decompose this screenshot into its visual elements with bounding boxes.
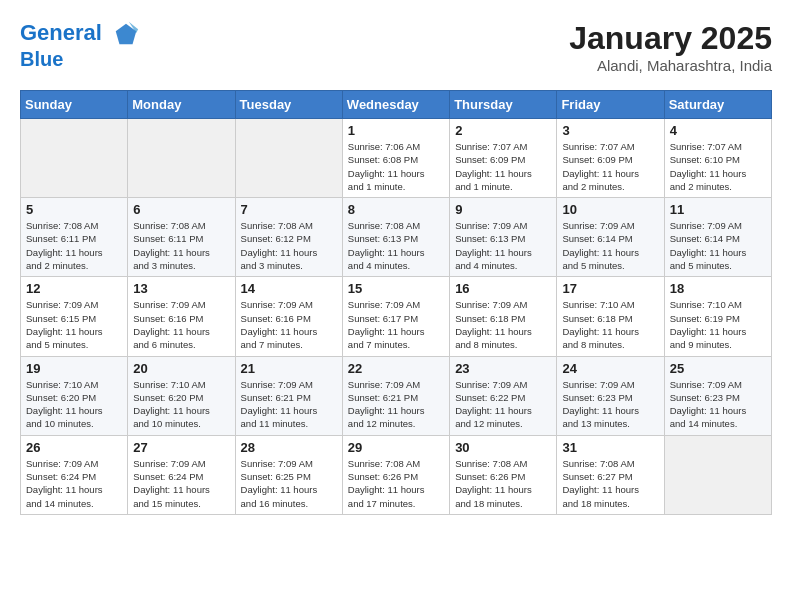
day-number: 18	[670, 281, 766, 296]
day-number: 3	[562, 123, 658, 138]
day-info: Sunrise: 7:10 AM Sunset: 6:20 PM Dayligh…	[133, 378, 229, 431]
week-row-1: 1Sunrise: 7:06 AM Sunset: 6:08 PM Daylig…	[21, 119, 772, 198]
day-cell-20: 20Sunrise: 7:10 AM Sunset: 6:20 PM Dayli…	[128, 356, 235, 435]
day-info: Sunrise: 7:09 AM Sunset: 6:23 PM Dayligh…	[670, 378, 766, 431]
logo-blue: Blue	[20, 48, 140, 70]
day-info: Sunrise: 7:07 AM Sunset: 6:09 PM Dayligh…	[455, 140, 551, 193]
day-info: Sunrise: 7:09 AM Sunset: 6:15 PM Dayligh…	[26, 298, 122, 351]
day-info: Sunrise: 7:08 AM Sunset: 6:13 PM Dayligh…	[348, 219, 444, 272]
day-cell-16: 16Sunrise: 7:09 AM Sunset: 6:18 PM Dayli…	[450, 277, 557, 356]
day-number: 7	[241, 202, 337, 217]
page-header: General Blue January 2025 Alandi, Mahara…	[20, 20, 772, 74]
day-info: Sunrise: 7:10 AM Sunset: 6:18 PM Dayligh…	[562, 298, 658, 351]
month-title: January 2025	[569, 20, 772, 57]
empty-cell	[21, 119, 128, 198]
day-info: Sunrise: 7:09 AM Sunset: 6:21 PM Dayligh…	[348, 378, 444, 431]
day-info: Sunrise: 7:09 AM Sunset: 6:17 PM Dayligh…	[348, 298, 444, 351]
weekday-header-saturday: Saturday	[664, 91, 771, 119]
day-number: 27	[133, 440, 229, 455]
title-area: January 2025 Alandi, Maharashtra, India	[569, 20, 772, 74]
day-info: Sunrise: 7:09 AM Sunset: 6:16 PM Dayligh…	[241, 298, 337, 351]
day-info: Sunrise: 7:08 AM Sunset: 6:27 PM Dayligh…	[562, 457, 658, 510]
day-info: Sunrise: 7:10 AM Sunset: 6:19 PM Dayligh…	[670, 298, 766, 351]
empty-cell	[128, 119, 235, 198]
day-info: Sunrise: 7:09 AM Sunset: 6:18 PM Dayligh…	[455, 298, 551, 351]
day-cell-6: 6Sunrise: 7:08 AM Sunset: 6:11 PM Daylig…	[128, 198, 235, 277]
day-number: 23	[455, 361, 551, 376]
day-cell-9: 9Sunrise: 7:09 AM Sunset: 6:13 PM Daylig…	[450, 198, 557, 277]
day-cell-14: 14Sunrise: 7:09 AM Sunset: 6:16 PM Dayli…	[235, 277, 342, 356]
day-info: Sunrise: 7:09 AM Sunset: 6:22 PM Dayligh…	[455, 378, 551, 431]
logo-general: General	[20, 20, 102, 45]
day-cell-2: 2Sunrise: 7:07 AM Sunset: 6:09 PM Daylig…	[450, 119, 557, 198]
weekday-header-wednesday: Wednesday	[342, 91, 449, 119]
day-number: 5	[26, 202, 122, 217]
day-info: Sunrise: 7:09 AM Sunset: 6:24 PM Dayligh…	[133, 457, 229, 510]
day-cell-13: 13Sunrise: 7:09 AM Sunset: 6:16 PM Dayli…	[128, 277, 235, 356]
day-info: Sunrise: 7:09 AM Sunset: 6:16 PM Dayligh…	[133, 298, 229, 351]
day-info: Sunrise: 7:07 AM Sunset: 6:09 PM Dayligh…	[562, 140, 658, 193]
day-info: Sunrise: 7:09 AM Sunset: 6:25 PM Dayligh…	[241, 457, 337, 510]
day-cell-4: 4Sunrise: 7:07 AM Sunset: 6:10 PM Daylig…	[664, 119, 771, 198]
day-number: 4	[670, 123, 766, 138]
week-row-3: 12Sunrise: 7:09 AM Sunset: 6:15 PM Dayli…	[21, 277, 772, 356]
logo: General Blue	[20, 20, 140, 70]
day-cell-1: 1Sunrise: 7:06 AM Sunset: 6:08 PM Daylig…	[342, 119, 449, 198]
day-info: Sunrise: 7:09 AM Sunset: 6:14 PM Dayligh…	[562, 219, 658, 272]
day-number: 24	[562, 361, 658, 376]
day-cell-29: 29Sunrise: 7:08 AM Sunset: 6:26 PM Dayli…	[342, 435, 449, 514]
day-info: Sunrise: 7:08 AM Sunset: 6:26 PM Dayligh…	[455, 457, 551, 510]
day-cell-31: 31Sunrise: 7:08 AM Sunset: 6:27 PM Dayli…	[557, 435, 664, 514]
day-cell-8: 8Sunrise: 7:08 AM Sunset: 6:13 PM Daylig…	[342, 198, 449, 277]
empty-cell	[664, 435, 771, 514]
day-number: 9	[455, 202, 551, 217]
location-subtitle: Alandi, Maharashtra, India	[569, 57, 772, 74]
day-info: Sunrise: 7:09 AM Sunset: 6:24 PM Dayligh…	[26, 457, 122, 510]
day-cell-23: 23Sunrise: 7:09 AM Sunset: 6:22 PM Dayli…	[450, 356, 557, 435]
week-row-4: 19Sunrise: 7:10 AM Sunset: 6:20 PM Dayli…	[21, 356, 772, 435]
day-info: Sunrise: 7:09 AM Sunset: 6:23 PM Dayligh…	[562, 378, 658, 431]
day-number: 11	[670, 202, 766, 217]
day-number: 14	[241, 281, 337, 296]
day-number: 31	[562, 440, 658, 455]
day-number: 15	[348, 281, 444, 296]
day-cell-21: 21Sunrise: 7:09 AM Sunset: 6:21 PM Dayli…	[235, 356, 342, 435]
day-number: 8	[348, 202, 444, 217]
day-number: 19	[26, 361, 122, 376]
day-number: 25	[670, 361, 766, 376]
day-cell-22: 22Sunrise: 7:09 AM Sunset: 6:21 PM Dayli…	[342, 356, 449, 435]
weekday-header-tuesday: Tuesday	[235, 91, 342, 119]
calendar-table: SundayMondayTuesdayWednesdayThursdayFrid…	[20, 90, 772, 515]
weekday-header-row: SundayMondayTuesdayWednesdayThursdayFrid…	[21, 91, 772, 119]
day-cell-18: 18Sunrise: 7:10 AM Sunset: 6:19 PM Dayli…	[664, 277, 771, 356]
weekday-header-monday: Monday	[128, 91, 235, 119]
day-number: 22	[348, 361, 444, 376]
day-info: Sunrise: 7:06 AM Sunset: 6:08 PM Dayligh…	[348, 140, 444, 193]
day-info: Sunrise: 7:09 AM Sunset: 6:14 PM Dayligh…	[670, 219, 766, 272]
day-number: 12	[26, 281, 122, 296]
day-number: 6	[133, 202, 229, 217]
day-number: 10	[562, 202, 658, 217]
day-number: 30	[455, 440, 551, 455]
day-number: 2	[455, 123, 551, 138]
day-number: 20	[133, 361, 229, 376]
day-number: 21	[241, 361, 337, 376]
day-info: Sunrise: 7:10 AM Sunset: 6:20 PM Dayligh…	[26, 378, 122, 431]
weekday-header-thursday: Thursday	[450, 91, 557, 119]
day-cell-10: 10Sunrise: 7:09 AM Sunset: 6:14 PM Dayli…	[557, 198, 664, 277]
day-cell-24: 24Sunrise: 7:09 AM Sunset: 6:23 PM Dayli…	[557, 356, 664, 435]
day-cell-19: 19Sunrise: 7:10 AM Sunset: 6:20 PM Dayli…	[21, 356, 128, 435]
day-number: 17	[562, 281, 658, 296]
day-info: Sunrise: 7:08 AM Sunset: 6:26 PM Dayligh…	[348, 457, 444, 510]
day-cell-17: 17Sunrise: 7:10 AM Sunset: 6:18 PM Dayli…	[557, 277, 664, 356]
day-cell-7: 7Sunrise: 7:08 AM Sunset: 6:12 PM Daylig…	[235, 198, 342, 277]
week-row-2: 5Sunrise: 7:08 AM Sunset: 6:11 PM Daylig…	[21, 198, 772, 277]
logo-text: General	[20, 20, 140, 48]
day-number: 16	[455, 281, 551, 296]
day-number: 28	[241, 440, 337, 455]
day-info: Sunrise: 7:09 AM Sunset: 6:21 PM Dayligh…	[241, 378, 337, 431]
empty-cell	[235, 119, 342, 198]
day-info: Sunrise: 7:08 AM Sunset: 6:11 PM Dayligh…	[26, 219, 122, 272]
day-info: Sunrise: 7:08 AM Sunset: 6:11 PM Dayligh…	[133, 219, 229, 272]
day-info: Sunrise: 7:09 AM Sunset: 6:13 PM Dayligh…	[455, 219, 551, 272]
